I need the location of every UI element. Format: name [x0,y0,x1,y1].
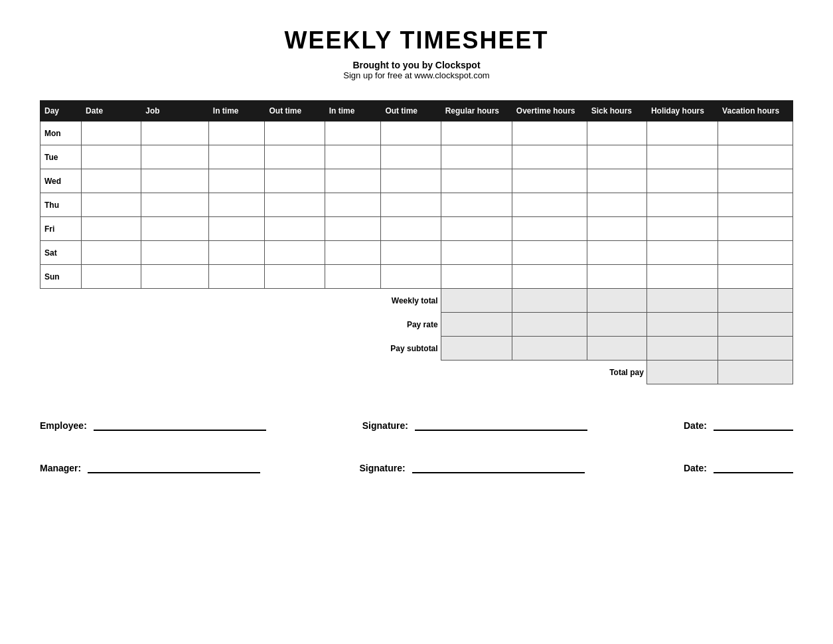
cell-fri-out2[interactable] [381,217,441,241]
cell-subtotal-holiday[interactable] [646,337,718,361]
cell-total-overtime[interactable] [512,289,587,313]
cell-mon-vacation[interactable] [718,121,793,145]
cell-subtotal-vacation[interactable] [718,337,793,361]
cell-tue-vacation[interactable] [718,145,793,169]
cell-sun-in1[interactable] [208,265,265,289]
employee-date-line[interactable] [714,418,793,431]
cell-wed-regular[interactable] [441,169,512,193]
cell-thu-date[interactable] [82,193,141,217]
cell-total-vacation[interactable] [718,289,793,313]
cell-mon-out1[interactable] [265,121,325,145]
cell-sat-in2[interactable] [325,241,381,265]
cell-total-holiday[interactable] [646,289,718,313]
cell-thu-sick[interactable] [587,193,646,217]
cell-sun-sick[interactable] [587,265,646,289]
cell-sat-out1[interactable] [265,241,325,265]
cell-tue-overtime[interactable] [512,145,587,169]
cell-thu-out2[interactable] [381,193,441,217]
cell-sat-date[interactable] [82,241,141,265]
cell-fri-job[interactable] [141,217,209,241]
manager-date-line[interactable] [714,460,793,473]
cell-wed-out2[interactable] [381,169,441,193]
cell-fri-sick[interactable] [587,217,646,241]
cell-fri-in2[interactable] [325,217,381,241]
cell-wed-vacation[interactable] [718,169,793,193]
cell-sat-job[interactable] [141,241,209,265]
cell-thu-vacation[interactable] [718,193,793,217]
manager-signature-line[interactable] [412,460,585,473]
cell-mon-job[interactable] [141,121,209,145]
cell-fri-vacation[interactable] [718,217,793,241]
cell-thu-in2[interactable] [325,193,381,217]
cell-wed-out1[interactable] [265,169,325,193]
cell-mon-date[interactable] [82,121,141,145]
cell-total-regular[interactable] [441,289,512,313]
cell-tue-job[interactable] [141,145,209,169]
cell-subtotal-overtime[interactable] [512,337,587,361]
cell-wed-sick[interactable] [587,169,646,193]
cell-fri-regular[interactable] [441,217,512,241]
manager-line[interactable] [88,460,260,473]
cell-totalpay-col2[interactable] [718,361,793,384]
cell-wed-overtime[interactable] [512,169,587,193]
cell-thu-in1[interactable] [208,193,265,217]
cell-tue-out1[interactable] [265,145,325,169]
cell-tue-out2[interactable] [381,145,441,169]
cell-fri-date[interactable] [82,217,141,241]
cell-sat-out2[interactable] [381,241,441,265]
cell-payrate-overtime[interactable] [512,313,587,337]
cell-fri-holiday[interactable] [646,217,718,241]
cell-fri-out1[interactable] [265,217,325,241]
cell-payrate-sick[interactable] [587,313,646,337]
cell-tue-holiday[interactable] [646,145,718,169]
cell-mon-in1[interactable] [208,121,265,145]
cell-mon-in2[interactable] [325,121,381,145]
cell-mon-holiday[interactable] [646,121,718,145]
cell-wed-in1[interactable] [208,169,265,193]
cell-sun-out1[interactable] [265,265,325,289]
cell-sat-holiday[interactable] [646,241,718,265]
cell-mon-overtime[interactable] [512,121,587,145]
cell-tue-in2[interactable] [325,145,381,169]
cell-total-sick[interactable] [587,289,646,313]
cell-sun-regular[interactable] [441,265,512,289]
cell-thu-regular[interactable] [441,193,512,217]
cell-mon-out2[interactable] [381,121,441,145]
cell-wed-holiday[interactable] [646,169,718,193]
cell-sun-job[interactable] [141,265,209,289]
cell-thu-job[interactable] [141,193,209,217]
cell-sun-date[interactable] [82,265,141,289]
cell-tue-sick[interactable] [587,145,646,169]
cell-mon-regular[interactable] [441,121,512,145]
cell-sun-in2[interactable] [325,265,381,289]
cell-payrate-vacation[interactable] [718,313,793,337]
cell-subtotal-regular[interactable] [441,337,512,361]
cell-fri-overtime[interactable] [512,217,587,241]
cell-thu-out1[interactable] [265,193,325,217]
cell-tue-regular[interactable] [441,145,512,169]
cell-sat-overtime[interactable] [512,241,587,265]
cell-payrate-regular[interactable] [441,313,512,337]
cell-thu-holiday[interactable] [646,193,718,217]
cell-sat-regular[interactable] [441,241,512,265]
employee-signature-line[interactable] [415,418,587,431]
cell-sun-overtime[interactable] [512,265,587,289]
cell-totalpay-col1[interactable] [646,361,718,384]
cell-mon-sick[interactable] [587,121,646,145]
cell-wed-job[interactable] [141,169,209,193]
cell-fri-in1[interactable] [208,217,265,241]
cell-payrate-holiday[interactable] [646,313,718,337]
cell-sun-holiday[interactable] [646,265,718,289]
cell-subtotal-sick[interactable] [587,337,646,361]
employee-line[interactable] [94,418,266,431]
cell-wed-in2[interactable] [325,169,381,193]
cell-sat-vacation[interactable] [718,241,793,265]
cell-sat-in1[interactable] [208,241,265,265]
cell-tue-date[interactable] [82,145,141,169]
cell-thu-overtime[interactable] [512,193,587,217]
cell-sun-out2[interactable] [381,265,441,289]
cell-sat-sick[interactable] [587,241,646,265]
cell-sun-vacation[interactable] [718,265,793,289]
cell-tue-in1[interactable] [208,145,265,169]
cell-wed-date[interactable] [82,169,141,193]
